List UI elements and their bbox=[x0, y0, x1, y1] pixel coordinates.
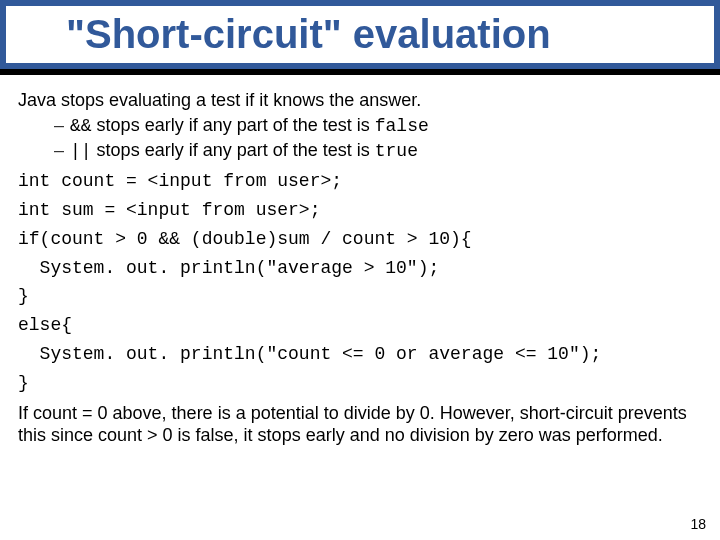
bullet-tail-code: false bbox=[375, 116, 429, 136]
lead-text: Java stops evaluating a test if it knows… bbox=[18, 89, 702, 112]
explanation-text: If count = 0 above, there is a potential… bbox=[18, 402, 702, 447]
bullet-text: stops early if any part of the test is bbox=[92, 140, 375, 160]
bullet-item: – || stops early if any part of the test… bbox=[54, 139, 702, 163]
title-inner: "Short-circuit" evaluation bbox=[6, 6, 714, 63]
operator-code: && bbox=[70, 116, 92, 136]
bullet-dash-icon: – bbox=[54, 139, 70, 162]
bullet-dash-icon: – bbox=[54, 114, 70, 137]
bullet-text: stops early if any part of the test is bbox=[92, 115, 375, 135]
slide-title: "Short-circuit" evaluation bbox=[66, 12, 674, 57]
code-block: int count = <input from user>; int sum =… bbox=[18, 167, 702, 397]
operator-code: || bbox=[70, 141, 92, 161]
slide-body: Java stops evaluating a test if it knows… bbox=[0, 75, 720, 447]
bullet-body: || stops early if any part of the test i… bbox=[70, 139, 702, 163]
bullet-item: – && stops early if any part of the test… bbox=[54, 114, 702, 138]
page-number: 18 bbox=[690, 516, 706, 532]
bullet-tail-code: true bbox=[375, 141, 418, 161]
bullet-list: – && stops early if any part of the test… bbox=[54, 114, 702, 163]
bullet-body: && stops early if any part of the test i… bbox=[70, 114, 702, 138]
title-bar: "Short-circuit" evaluation bbox=[0, 0, 720, 75]
slide: "Short-circuit" evaluation Java stops ev… bbox=[0, 0, 720, 540]
